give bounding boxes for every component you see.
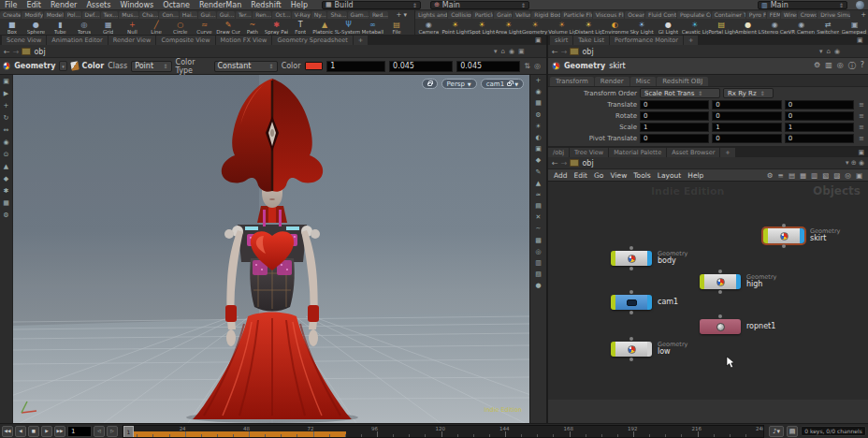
display-option-icon[interactable]: ≈ [536,191,542,198]
viewport-tool-icon[interactable]: + [4,102,9,110]
path-bar-icon[interactable]: ▾ [494,48,498,55]
shelf-tab[interactable]: Mus... [119,11,138,19]
shelf-tool[interactable]: ☀ Caustic Light [682,19,708,36]
display-option-icon[interactable]: ▤ [535,202,542,210]
shelf-tool[interactable]: ◉ Camera [415,19,441,36]
path-bar-icon[interactable]: ▾ [819,48,823,55]
parameter-ladder-icon[interactable]: ≡ [857,135,866,142]
parameter-ladder-icon[interactable]: ≡ [857,112,866,120]
shelf-tab[interactable]: Vellum [513,11,530,19]
menu-item[interactable]: Redshift [246,1,285,9]
display-flag[interactable] [647,342,652,357]
display-option-icon[interactable]: ▩ [535,237,542,244]
shelf-tab[interactable]: Sha... [327,11,346,19]
parameter-ladder-icon[interactable]: ≡ [857,101,866,109]
pane-tab[interactable]: Render View [108,36,156,45]
forward-arrow-icon[interactable]: → [561,48,568,56]
shelf-tab[interactable]: Con... [159,11,178,19]
add-shelf-tab-button[interactable]: + ▾ [396,11,407,19]
header-icon[interactable]: ? [861,61,864,71]
pane-tab[interactable]: Asset Browser [667,148,719,157]
shelf-tab[interactable]: Gam... [348,11,369,19]
playback-button[interactable]: ▶ [41,426,52,437]
display-option-icon[interactable]: ◉ [535,88,541,95]
playback-button[interactable]: ■ [28,426,39,437]
step-button[interactable]: ▷ [107,426,118,437]
pane-tab[interactable]: Scene View [2,36,46,45]
node-body[interactable] [768,228,800,243]
toolbar-icon[interactable]: ◎ [534,62,541,70]
node-body[interactable] [615,295,647,310]
right-main-selector[interactable]: ▥ Main ⇕ [758,1,847,9]
network-menu-item[interactable]: Layout [658,171,682,180]
display-flag[interactable] [647,251,652,266]
menu-item[interactable]: Octane [158,1,195,9]
display-option-icon[interactable]: ▥ [535,259,542,267]
pane-tab[interactable]: Take List [573,36,609,45]
shelf-tool[interactable]: ☀ Spot Light [469,19,495,36]
shelf-tab[interactable]: Oct... [272,11,290,19]
shelf-tool[interactable]: ◉ Stereo Camera [761,19,788,36]
network-toolbar-icon[interactable]: ▥ [811,171,817,180]
pane-tab[interactable]: skirt [550,36,572,45]
forward-arrow-icon[interactable]: → [561,159,568,168]
node-body[interactable] [704,274,736,289]
shelf-tab[interactable]: Gui... [217,11,235,19]
header-icon[interactable]: ▥ [825,61,832,71]
network-node[interactable]: Geometry low [611,342,652,357]
pane-menu-icon[interactable]: ▣ [858,149,864,156]
header-icon[interactable]: ⓘ [848,61,856,71]
shelf-tab[interactable]: Viscous Fluids [593,11,625,19]
shelf-tool[interactable]: ◐ Environment Light [601,19,628,36]
network-menu-item[interactable]: Help [687,171,703,180]
shelf-tool[interactable]: ▣ Gamepad Camera [842,19,868,36]
color-g-field[interactable]: 0.045 [389,61,453,72]
parameter-field-x[interactable]: 0 [640,111,709,121]
pane-tab[interactable]: + [720,148,734,157]
shelf-tab[interactable]: Particle Fluids [561,11,592,19]
view-badge[interactable]: Persp ▼ [441,79,477,89]
parameter-field-y[interactable]: 0 [712,111,781,121]
shelf-tool[interactable]: ╱ Line [144,19,168,36]
playback-button[interactable]: ◀◀ [2,426,13,437]
viewport-tool-icon[interactable]: ▦ [3,199,9,207]
viewport-tool-icon[interactable]: ▶ [4,90,8,97]
header-icon[interactable]: ◎ [837,61,844,71]
node-name-field[interactable]: skirt [609,62,625,70]
display-option-icon[interactable]: + [536,77,542,84]
shelf-tool[interactable]: ⇄ Switcher [815,19,841,36]
step-button[interactable]: ◁ [94,426,105,437]
network-toolbar-icon[interactable]: ⚙ [767,171,774,180]
shelf-tool[interactable]: ▤ File [384,19,409,36]
viewport-tool-icon[interactable]: ▲ [4,163,8,170]
shelf-tab[interactable]: Grains [494,11,512,19]
path-location[interactable]: obj [582,48,593,56]
display-option-icon[interactable]: ● [535,282,541,289]
parameter-field-z[interactable]: 1 [785,123,854,132]
display-option-icon[interactable]: ▦ [535,99,542,107]
display-option-icon[interactable]: ☀ [535,123,541,130]
shelf-tab[interactable]: Oceans [625,11,644,19]
display-option-icon[interactable]: ▧ [535,270,542,278]
shelf-tool[interactable]: ☀ Volume Light [548,19,574,36]
pane-menu-icon[interactable]: ▣ [535,36,542,44]
pane-tab[interactable]: Composite View [156,36,214,45]
node-body[interactable] [700,319,741,334]
pane-tab[interactable]: Material Palette [609,148,666,157]
shelf-tab[interactable]: Drive Simula... [817,11,850,19]
shelf-tool[interactable]: ☀ Distant Light [575,19,601,36]
viewport-tool-icon[interactable]: ✱ [4,187,9,195]
display-option-icon[interactable]: ✕ [536,213,542,221]
shelf-tool[interactable]: ■ Box [0,19,24,36]
back-arrow-icon[interactable]: ← [4,48,10,56]
playhead[interactable]: 1 [123,426,134,438]
node-body[interactable] [615,251,647,266]
viewport-tool-icon[interactable]: ◆ [4,175,8,182]
operation-type[interactable]: Geometry [14,62,55,70]
parameter-field-z[interactable]: 0 [785,111,854,121]
display-option-icon[interactable]: ⚙ [535,111,541,119]
shelf-tab[interactable]: Pol... [65,11,81,19]
network-node[interactable]: Geometry skirt [763,228,804,243]
shelf-tab[interactable]: Create [0,11,21,19]
parameter-ladder-icon[interactable]: ≡ [857,124,866,131]
